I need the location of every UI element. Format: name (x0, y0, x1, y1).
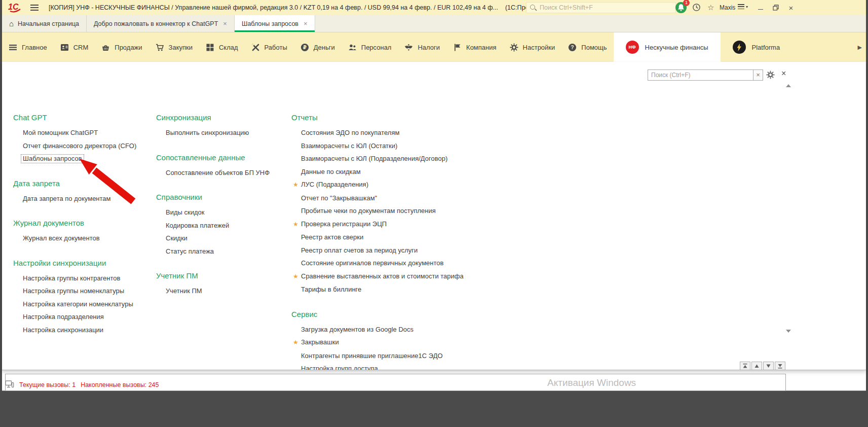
ribbon-item-help[interactable]: ?Помощь (561, 32, 613, 62)
scroll-up-icon[interactable] (786, 84, 791, 87)
menu-item[interactable]: Реестр оплат счетов за период услуги (301, 244, 535, 257)
clear-search-button[interactable]: × (753, 69, 763, 81)
favorite-star-icon[interactable]: ★ (293, 218, 301, 231)
ribbon-item-sales[interactable]: Продажи (95, 32, 148, 62)
go-first-button[interactable] (740, 362, 750, 370)
menu-item[interactable]: Виды скидок (166, 206, 283, 219)
staff-icon (348, 43, 357, 52)
menu-item[interactable]: Данные по скидкам (301, 165, 535, 179)
menu-search-input[interactable] (648, 69, 753, 81)
menu-item-label: Настройка синхронизации (23, 326, 103, 334)
go-last-button[interactable] (775, 362, 785, 370)
ribbon-item-company[interactable]: Компания (446, 32, 503, 62)
main-menu-icon[interactable] (30, 5, 39, 11)
tab-bar: ⌂Начальная страницаДобро пожаловать в ко… (2, 15, 866, 32)
menu-item[interactable]: Выполнить синхронизацию (166, 126, 283, 139)
notifications-button[interactable]: 1 (675, 2, 687, 14)
menu-item[interactable]: ★ЛУС (Подразделения) (301, 178, 535, 192)
menu-item[interactable]: Сопоставление объектов БП УНФ (166, 166, 283, 180)
minimize-button[interactable] (756, 3, 765, 12)
tab-close-icon[interactable]: × (223, 20, 227, 27)
desktop-background: 1С [КОПИЯ] УНФ - НЕСКУЧНЫЕ ФИНАНСЫ / Упр… (0, 0, 868, 427)
go-previous-button[interactable] (751, 362, 762, 370)
ribbon-item-crm[interactable]: CRM (54, 32, 95, 62)
menu-item[interactable]: Взаиморасчеты с ЮЛ (Подразделения/Догово… (301, 152, 535, 165)
ribbon-item-menu[interactable]: Главное (2, 32, 54, 62)
restore-button[interactable] (771, 3, 780, 12)
menu-item[interactable]: Настройка синхронизации (23, 324, 145, 337)
history-icon[interactable] (692, 3, 701, 14)
minimize-icon (758, 9, 763, 10)
tab-3[interactable]: Шаблоны запросов× (235, 15, 315, 32)
menu-item[interactable]: Статус платежа (166, 245, 283, 258)
ribbon-item-staff[interactable]: Персонал (342, 32, 398, 62)
favorites-star-icon[interactable]: ☆ (707, 3, 714, 12)
menu-item[interactable]: Учетник ПМ (166, 284, 283, 298)
menu-item[interactable]: ★Сравнение выставленных актов и стоимост… (301, 270, 535, 283)
menu-item-label: Скидки (166, 234, 187, 242)
close-button[interactable]: × (786, 3, 796, 12)
menu-item[interactable]: Отчет финансового директора (CFO) (23, 139, 145, 153)
menu-item[interactable]: ★Проверка регистрации ЭЦП (301, 218, 535, 231)
menu-column-2: СинхронизацияВыполнить синхронизациюСопо… (156, 113, 283, 311)
service-menu-button[interactable]: ▾ (738, 4, 748, 9)
menu-item[interactable]: Настройка группы номенклатуры (23, 284, 145, 298)
menu-item[interactable]: Тарифы в биллинге (301, 283, 535, 296)
menu-item[interactable]: Настройка групп доступа (301, 362, 535, 370)
panel-scroll-right-icon[interactable]: ▶ (858, 44, 862, 51)
tab-close-icon[interactable]: × (304, 20, 308, 27)
menu-item[interactable]: Взаиморасчеты с ЮЛ (Остатки) (301, 139, 535, 153)
menu-item[interactable]: Настройка подразделения (23, 310, 145, 324)
go-next-button[interactable] (763, 362, 774, 370)
ribbon-item-label: Налоги (418, 44, 440, 51)
menu-item-label: Сравнение выставленных актов и стоимости… (301, 272, 464, 280)
global-search[interactable] (526, 2, 676, 13)
title-bar: 1С [КОПИЯ] УНФ - НЕСКУЧНЫЕ ФИНАНСЫ / Упр… (2, 0, 866, 15)
global-search-input[interactable] (537, 4, 675, 11)
ribbon-item-money[interactable]: ₽Деньги (294, 32, 342, 62)
favorite-star-icon[interactable]: ★ (293, 270, 301, 283)
scroll-down-icon[interactable] (786, 330, 791, 333)
subsystem-neskuchnye-finansy[interactable]: НФ Нескучные финансы (614, 32, 721, 62)
menu-item[interactable]: Состояние оригиналов первичных документо… (301, 257, 535, 270)
menu-item[interactable]: Мой помощник ChatGPT (23, 126, 145, 139)
menu-item-label: Реестр оплат счетов за период услуги (301, 246, 418, 254)
section-title: Отчеты (291, 113, 535, 123)
current-calls: Текущие вызовы: 1 (19, 381, 76, 388)
menu-item[interactable]: Загрузка документов из Google Docs (301, 323, 535, 336)
subsystem-platforma[interactable]: Platforma (721, 32, 792, 62)
menu-item-label: Данные по скидкам (301, 168, 361, 175)
menu-item[interactable]: Журнал всех документов (23, 232, 145, 245)
favorite-star-icon[interactable]: ★ (293, 179, 301, 192)
tab-1[interactable]: ⌂Начальная страница (2, 15, 87, 32)
favorite-star-icon[interactable]: ★ (293, 336, 301, 349)
home-icon: ⌂ (9, 19, 14, 28)
ribbon-item-label: Деньги (314, 44, 335, 51)
menu-item[interactable]: Шаблоны запросов (23, 152, 145, 165)
gear-icon[interactable] (766, 70, 775, 81)
menu-item-label: Настройка групп доступа (301, 365, 378, 370)
ribbon-item-taxes[interactable]: Налоги (398, 32, 446, 62)
menu-item[interactable]: ★Закрывашки (301, 336, 535, 349)
menu-item[interactable]: Настройка категории номенклатуры (23, 298, 145, 311)
panel-close-icon[interactable]: × (781, 69, 786, 78)
ribbon-item-settings[interactable]: Настройки (503, 32, 562, 62)
menu-item[interactable]: Скидки (166, 232, 283, 245)
svg-text:₽: ₽ (303, 45, 307, 50)
ribbon-item-works[interactable]: Работы (245, 32, 294, 62)
menu-item[interactable]: Дата запрета по документам (23, 192, 145, 205)
menu-item[interactable]: Реестр актов сверки (301, 231, 535, 244)
menu-item[interactable]: Отчет по "Закрывашкам" (301, 192, 535, 205)
menu-item[interactable]: Контрагенты принявшие приглашение1С ЭДО (301, 349, 535, 363)
ribbon-item-label: Настройки (523, 44, 555, 51)
tab-2[interactable]: Добро пожаловать в коннектор к ChatGPT× (87, 15, 235, 32)
menu-item[interactable]: Пробитые чеки по документам поступления (301, 204, 535, 218)
ribbon-item-purchases[interactable]: Закупки (149, 32, 199, 62)
menu-item[interactable]: Настройка группы контрагентов (23, 272, 145, 285)
menu-item-label: Тарифы в биллинге (301, 286, 361, 293)
ribbon-item-warehouse[interactable]: Склад (199, 32, 245, 62)
menu-item-label: Загрузка документов из Google Docs (301, 326, 413, 333)
menu-item[interactable]: Состояния ЭДО по покупателям (301, 126, 535, 139)
current-user[interactable]: Maxis (720, 4, 735, 11)
menu-item[interactable]: Кодировка платежей (166, 219, 283, 232)
